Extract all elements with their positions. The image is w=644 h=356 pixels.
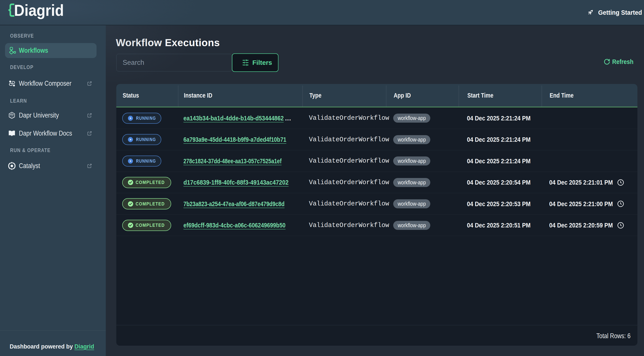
svg-text:dapr: dapr [10, 114, 14, 116]
svg-text:University: University [10, 116, 14, 118]
